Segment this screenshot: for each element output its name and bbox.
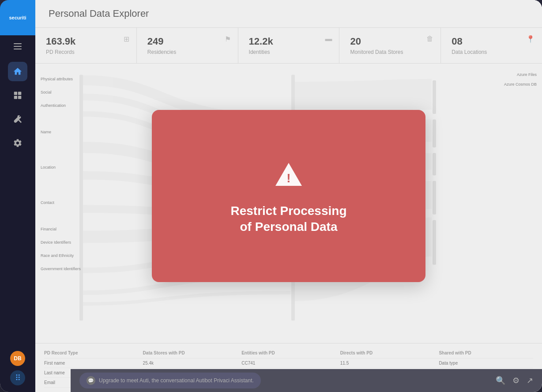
sidebar-item-home[interactable] xyxy=(8,62,27,81)
menu-button[interactable] xyxy=(9,40,26,53)
svg-rect-3 xyxy=(18,96,21,99)
svg-rect-1 xyxy=(18,92,21,95)
logo-text: securiti xyxy=(9,15,26,20)
svg-rect-0 xyxy=(14,92,17,95)
menu-bar-3 xyxy=(14,49,22,49)
svg-text:!: ! xyxy=(286,171,290,185)
sidebar-bottom: DB ⠿ xyxy=(10,351,25,392)
main-content: Personal Data Explorer 163.9k PD Records… xyxy=(35,0,542,392)
sidebar-item-settings[interactable] xyxy=(8,133,27,153)
modal-card: ! Restrict Processing of Personal Data xyxy=(152,110,425,282)
sidebar-item-tools[interactable] xyxy=(8,109,27,129)
sidebar: securiti DB ⠿ xyxy=(0,0,35,392)
modal-title-line2: of Personal Data xyxy=(240,220,338,234)
menu-bar-1 xyxy=(14,43,22,44)
avatar-dots[interactable]: ⠿ xyxy=(10,370,25,385)
logo[interactable]: securiti xyxy=(0,0,35,35)
warning-icon: ! xyxy=(271,157,306,192)
avatar[interactable]: DB xyxy=(10,351,25,366)
svg-rect-2 xyxy=(14,96,17,99)
menu-bar-2 xyxy=(14,46,22,47)
modal-title-line1: Restrict Processing xyxy=(231,204,347,218)
sidebar-item-dashboard[interactable] xyxy=(8,86,27,105)
modal-overlay: ! Restrict Processing of Personal Data xyxy=(35,0,542,392)
modal-title: Restrict Processing of Personal Data xyxy=(231,203,347,235)
